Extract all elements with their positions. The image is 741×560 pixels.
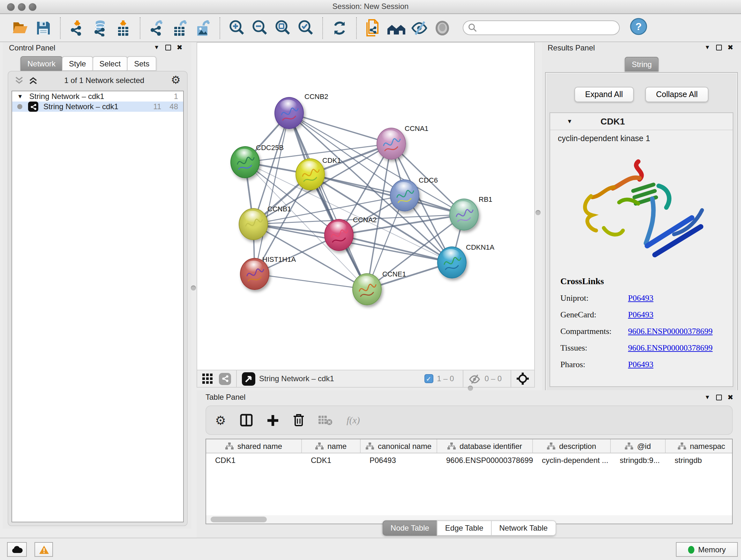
- table-cell[interactable]: CDK1: [302, 453, 360, 467]
- network-canvas[interactable]: CCNB2CCNA1CDC25BCDK1CDC6RB1CCNB1CCNA2CDK…: [197, 43, 534, 370]
- crosslinks-section: CrossLinks Uniprot:P06493GeneCard:P06493…: [560, 276, 726, 370]
- open-file-icon[interactable]: [11, 18, 30, 37]
- expand-all-networks-icon[interactable]: [29, 76, 38, 84]
- collapse-all-networks-icon[interactable]: [15, 76, 23, 84]
- bottom-splitter-handle[interactable]: [468, 386, 473, 391]
- help-icon[interactable]: ?: [630, 18, 647, 38]
- fit-selected-crosshair-icon[interactable]: [516, 372, 529, 385]
- network-node-ccna2[interactable]: [324, 219, 354, 251]
- column-header--id[interactable]: @id: [611, 439, 666, 453]
- table-row[interactable]: CDK1CDK1P064939606.ENSP00000378699cyclin…: [206, 453, 732, 467]
- crosslink-link[interactable]: P06493: [628, 310, 653, 320]
- table-cell[interactable]: P06493: [360, 453, 437, 467]
- undock-panel-icon[interactable]: [716, 45, 722, 51]
- selected-checkbox-icon[interactable]: ✓: [424, 374, 433, 383]
- network-node-ccnb2[interactable]: [274, 97, 304, 129]
- tab-sets[interactable]: Sets: [127, 56, 156, 71]
- network-node-ccnb1[interactable]: [239, 208, 268, 240]
- tab-node-table[interactable]: Node Table: [382, 520, 437, 536]
- warnings-button[interactable]: [35, 542, 53, 557]
- crosslink-link[interactable]: P06493: [628, 360, 653, 370]
- add-column-icon[interactable]: [267, 414, 279, 426]
- float-panel-icon[interactable]: ▼: [704, 45, 711, 51]
- network-node-ccne1[interactable]: [352, 273, 382, 305]
- column-header-namespac[interactable]: namespac: [666, 439, 733, 453]
- collapse-all-button[interactable]: Collapse All: [645, 87, 709, 102]
- close-panel-icon[interactable]: ✖: [177, 44, 183, 51]
- tab-edge-table[interactable]: Edge Table: [437, 520, 492, 536]
- tab-network[interactable]: Network: [20, 56, 63, 71]
- clone-network-icon[interactable]: [364, 18, 383, 37]
- collection-caret-icon[interactable]: ▼: [17, 93, 23, 100]
- show-columns-icon[interactable]: [240, 414, 253, 427]
- delete-column-icon[interactable]: [293, 414, 305, 427]
- node-label-rb1: RB1: [479, 195, 492, 203]
- import-network-database-icon[interactable]: [91, 18, 110, 37]
- crosslink-label: Tissues:: [560, 343, 628, 353]
- grayscale-eye-icon[interactable]: [433, 18, 452, 37]
- expand-all-button[interactable]: Expand All: [575, 87, 634, 102]
- right-splitter-handle[interactable]: [536, 210, 541, 215]
- toolbar-separator: [511, 370, 511, 387]
- undock-panel-icon[interactable]: [716, 395, 722, 400]
- network-node-cdc25b[interactable]: [230, 146, 260, 178]
- scrollbar-thumb[interactable]: [211, 516, 267, 522]
- string-results-container: Expand All Collapse All ▼ CDK1 cyclin-de…: [545, 72, 738, 398]
- crosslink-link[interactable]: 9606.ENSP00000378699: [628, 343, 713, 353]
- tab-select[interactable]: Select: [92, 56, 128, 71]
- column-header-name[interactable]: name: [302, 439, 360, 453]
- tab-string[interactable]: String: [625, 57, 658, 71]
- crosslinks-title: CrossLinks: [560, 276, 726, 287]
- refresh-icon[interactable]: [330, 18, 349, 37]
- save-session-icon[interactable]: [34, 18, 53, 37]
- zoom-in-icon[interactable]: [227, 18, 246, 37]
- cloud-button[interactable]: [7, 542, 27, 557]
- table-cell[interactable]: 9606.ENSP00000378699: [437, 453, 533, 467]
- table-cell[interactable]: stringdb:9...: [611, 453, 666, 467]
- close-panel-icon[interactable]: ✖: [728, 394, 733, 401]
- zoom-fit-icon[interactable]: [273, 18, 292, 37]
- close-panel-icon[interactable]: ✖: [728, 44, 733, 51]
- import-table-file-icon[interactable]: [114, 18, 133, 37]
- network-node-cdkn1a[interactable]: [437, 246, 467, 278]
- column-header-description[interactable]: description: [533, 439, 611, 453]
- gene-header-row[interactable]: ▼ CDK1: [550, 113, 733, 130]
- network-share-view-icon[interactable]: [219, 373, 231, 385]
- export-network-icon[interactable]: [147, 18, 166, 37]
- network-node-rb1[interactable]: [449, 199, 479, 231]
- float-panel-icon[interactable]: ▼: [154, 45, 159, 51]
- network-node-ccna1[interactable]: [377, 128, 406, 160]
- column-header-canonical-name[interactable]: canonical name: [360, 439, 437, 453]
- hide-panels-eye-icon[interactable]: [410, 18, 429, 37]
- network-node-cdk1[interactable]: [295, 159, 325, 190]
- gene-card: ▼ CDK1 cyclin-dependent kinase 1: [549, 112, 733, 387]
- left-splitter-handle[interactable]: [191, 286, 196, 291]
- column-header-shared-name[interactable]: shared name: [206, 439, 302, 453]
- show-panels-houses-icon[interactable]: [387, 18, 406, 37]
- zoom-selected-icon[interactable]: [296, 18, 315, 37]
- search-input[interactable]: [477, 24, 605, 32]
- birdseye-view-icon[interactable]: [242, 372, 255, 385]
- gene-collapse-caret-icon[interactable]: ▼: [567, 118, 572, 125]
- table-cell[interactable]: stringdb: [666, 453, 733, 467]
- table-cell[interactable]: cyclin-dependent ...: [533, 453, 611, 467]
- column-header-database-identifier[interactable]: database identifier: [437, 439, 533, 453]
- grid-view-icon[interactable]: [202, 374, 212, 384]
- network-row-selected[interactable]: String Network – cdk1 11 48: [12, 102, 183, 112]
- export-image-icon[interactable]: [193, 18, 212, 37]
- tab-network-table[interactable]: Network Table: [491, 520, 556, 536]
- table-options-gear-icon[interactable]: ⚙: [215, 414, 226, 426]
- memory-button[interactable]: Memory: [676, 542, 738, 557]
- network-collection-row[interactable]: ▼ String Network – cdk1 1: [12, 91, 183, 102]
- export-table-icon[interactable]: [171, 18, 190, 37]
- zoom-out-icon[interactable]: [250, 18, 269, 37]
- table-cell[interactable]: CDK1: [206, 453, 302, 467]
- undock-panel-icon[interactable]: [165, 45, 171, 51]
- crosslink-link[interactable]: 9606.ENSP00000378699: [628, 326, 713, 336]
- network-node-cdc6[interactable]: [390, 179, 419, 211]
- crosslink-link[interactable]: P06493: [628, 293, 653, 303]
- float-panel-icon[interactable]: ▼: [704, 395, 711, 400]
- import-network-file-icon[interactable]: [68, 18, 87, 37]
- network-options-gear-icon[interactable]: ⚙: [171, 75, 181, 85]
- tab-style[interactable]: Style: [62, 56, 93, 71]
